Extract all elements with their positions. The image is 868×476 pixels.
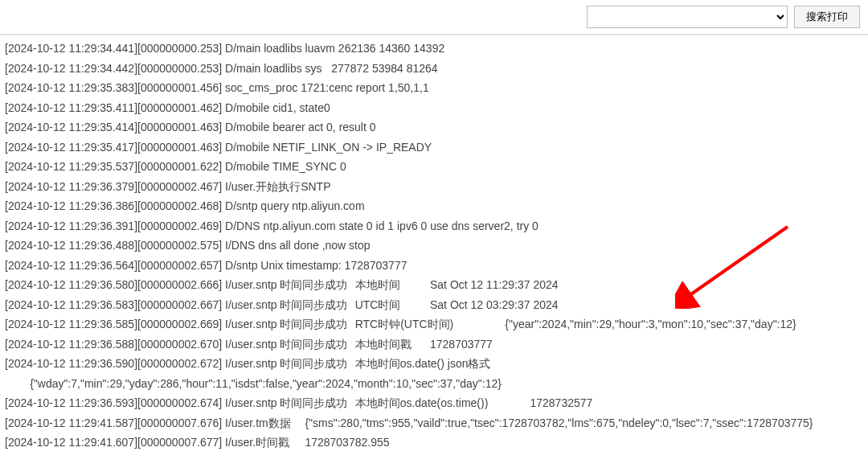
log-line: [2024-10-12 11:29:34.441][000000000.253]… (5, 39, 863, 59)
log-line: [2024-10-12 11:29:36.379][000000002.467]… (5, 177, 863, 197)
log-line: [2024-10-12 11:29:34.442][000000000.253]… (5, 59, 863, 79)
filter-select[interactable] (587, 6, 788, 28)
log-output: [2024-10-12 11:29:34.441][000000000.253]… (0, 35, 868, 476)
log-line: [2024-10-12 11:29:36.583][000000002.667]… (5, 295, 863, 315)
log-line: [2024-10-12 11:29:35.411][000000001.462]… (5, 98, 863, 118)
log-line: [2024-10-12 11:29:36.585][000000002.669]… (5, 314, 863, 334)
log-line: [2024-10-12 11:29:36.580][000000002.666]… (5, 275, 863, 295)
search-print-button[interactable]: 搜索打印 (794, 6, 860, 28)
log-line: [2024-10-12 11:29:41.587][000000007.676]… (5, 413, 863, 433)
log-line: [2024-10-12 11:29:36.488][000000002.575]… (5, 236, 863, 256)
log-line: [2024-10-12 11:29:36.593][000000002.674]… (5, 393, 863, 413)
log-line: [2024-10-12 11:29:35.414][000000001.463]… (5, 117, 863, 137)
log-line: [2024-10-12 11:29:35.537][000000001.622]… (5, 157, 863, 177)
log-line: [2024-10-12 11:29:36.590][000000002.672]… (5, 354, 863, 374)
log-line: [2024-10-12 11:29:36.564][000000002.657]… (5, 256, 863, 276)
toolbar: 搜索打印 (0, 0, 868, 35)
log-line: {"wday":7,"min":29,"yday":286,"hour":11,… (5, 374, 863, 394)
log-line: [2024-10-12 11:29:36.391][000000002.469]… (5, 216, 863, 236)
log-line: [2024-10-12 11:29:36.588][000000002.670]… (5, 334, 863, 355)
log-line: [2024-10-12 11:29:36.386][000000002.468]… (5, 196, 863, 216)
log-line: [2024-10-12 11:29:35.417][000000001.463]… (5, 137, 863, 158)
log-line: [2024-10-12 11:29:35.383][000000001.456]… (5, 78, 863, 98)
log-line: [2024-10-12 11:29:41.607][000000007.677]… (5, 433, 863, 453)
